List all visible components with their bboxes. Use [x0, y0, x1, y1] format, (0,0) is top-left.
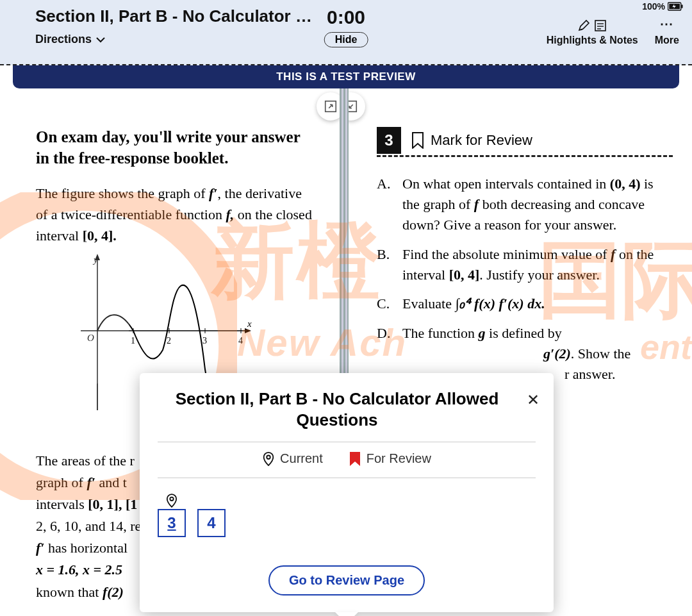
popup-title: Section II, Part B - No Calculator Allow…: [158, 388, 536, 430]
popup-legend: Current For Review: [158, 451, 536, 466]
expand-icon: [324, 99, 338, 113]
svg-rect-3: [681, 4, 682, 8]
pencil-icon: [577, 19, 590, 32]
more-icon: ⋮: [659, 18, 675, 32]
svg-text:1: 1: [131, 336, 135, 345]
note-icon: [594, 19, 607, 32]
svg-text:O: O: [87, 333, 94, 343]
svg-point-26: [267, 455, 270, 459]
nav-question-4[interactable]: 4: [197, 509, 226, 537]
highlights-notes-button[interactable]: Highlights & Notes: [547, 19, 638, 46]
location-icon: [262, 452, 275, 466]
svg-marker-13: [245, 328, 251, 333]
divider: [158, 478, 536, 478]
nav-question-3[interactable]: 3: [158, 509, 186, 537]
collapse-right-button[interactable]: [349, 92, 365, 121]
question-parts: A.On what open intervals contained in (0…: [377, 174, 673, 385]
collapse-icon: [349, 99, 358, 113]
question-number-badge: 3: [377, 127, 401, 154]
divider: [158, 442, 536, 442]
directions-toggle[interactable]: Directions: [35, 33, 106, 46]
svg-text:x: x: [247, 319, 252, 329]
mark-for-review-button[interactable]: Mark for Review: [411, 132, 532, 149]
timer-area: 0:00 Hide: [324, 6, 368, 47]
bookmark-icon: [411, 132, 424, 149]
prompt-title: On exam day, you'll write your answer in…: [36, 127, 314, 169]
mark-label: Mark for Review: [431, 132, 532, 149]
top-bar: 100% Section II, Part B - No Calculator …: [0, 0, 692, 65]
close-popup-button[interactable]: ✕: [527, 391, 540, 409]
part-c: C.Evaluate ∫₀⁴ f(x) f′(x) dx.: [377, 294, 673, 314]
timer-display: 0:00: [324, 6, 368, 28]
svg-text:2: 2: [167, 336, 171, 345]
directions-label: Directions: [35, 33, 92, 46]
part-b: B.Find the absolute minimum value of f o…: [377, 244, 673, 285]
go-to-review-button[interactable]: Go to Review Page: [268, 565, 425, 595]
svg-point-27: [170, 497, 173, 501]
more-button[interactable]: ⋮ More: [655, 18, 679, 46]
battery-text: 100%: [642, 1, 665, 12]
chevron-down-icon: [95, 35, 106, 45]
battery-status: 100%: [642, 1, 683, 12]
svg-text:4: 4: [238, 336, 243, 345]
highlights-label: Highlights & Notes: [547, 35, 638, 46]
hide-timer-button[interactable]: Hide: [324, 32, 368, 47]
question-header: 3 Mark for Review: [377, 127, 673, 157]
part-a: A.On what open intervals contained in (0…: [377, 174, 673, 235]
stimulus-intro: The figure shows the graph of f′, the de…: [36, 183, 314, 246]
location-icon: [166, 494, 177, 508]
question-number-list: 3 4: [158, 494, 536, 537]
more-label: More: [655, 35, 679, 46]
battery-icon: [668, 2, 683, 11]
preview-banner: THIS IS A TEST PREVIEW: [13, 65, 679, 88]
legend-current: Current: [262, 451, 323, 466]
expand-left-button[interactable]: [317, 92, 340, 121]
popup-arrow: [335, 612, 358, 616]
svg-text:3: 3: [202, 336, 207, 345]
bookmark-filled-icon: [349, 452, 361, 466]
legend-review: For Review: [349, 451, 431, 466]
